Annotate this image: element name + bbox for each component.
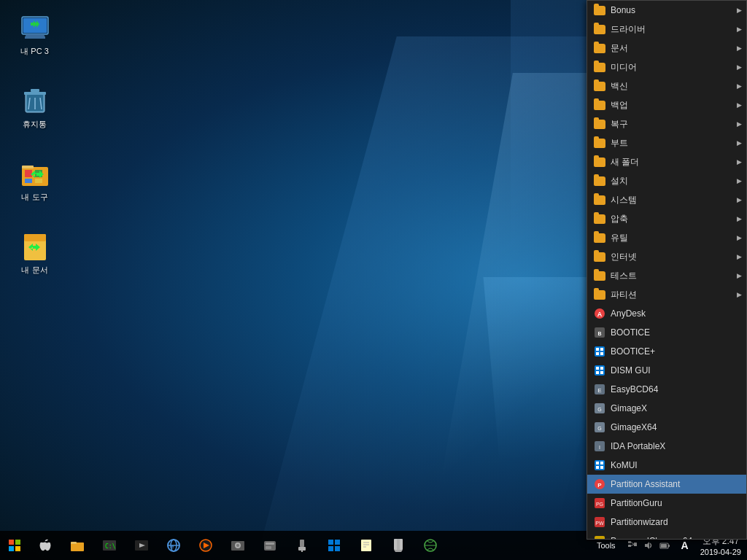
svg-rect-19 [35,179,42,183]
dism-icon [593,364,606,377]
svg-text:A: A [597,311,603,318]
menu-item-dism[interactable]: DISM GUI [587,361,746,380]
svg-marker-111 [394,550,403,552]
menu-item-media[interactable]: 미디어 [587,58,746,77]
menu-item-passwordchanger[interactable]: P PasswordChanger64 [587,532,746,540]
docs-label: 내 문서 [21,265,47,275]
taskbar-icon-media[interactable] [125,531,158,560]
desktop-icon-tools[interactable]: 내 도구 [7,157,62,205]
menu-item-vaccine[interactable]: 백신 [587,77,746,96]
svg-rect-52 [600,466,603,469]
gimagex64-icon: G [593,421,606,434]
trash-icon [20,87,50,116]
svg-marker-3 [25,34,45,37]
trash-label: 휴지통 [23,119,47,129]
partition-assistant-icon: P [593,478,606,491]
svg-text:P: P [597,482,602,489]
taskbar-icon-terminal[interactable]: C:\ [93,531,125,560]
passwordchanger-icon: P [593,534,606,540]
desktop: 내 PC 3 휴지통 [0,0,747,560]
svg-line-118 [631,545,634,546]
svg-rect-78 [9,546,14,551]
bootice-icon: B [593,326,606,339]
svg-rect-36 [596,367,599,370]
svg-line-117 [631,542,634,545]
menu-item-partition-folder[interactable]: 파티션 [587,285,746,304]
menu-item-newfolder[interactable]: 새 폴더 [587,152,746,171]
taskbar-icon-photo[interactable] [222,531,254,560]
svg-rect-76 [9,540,14,545]
ida-icon: I [593,440,606,453]
taskbar-icon-mediaplayer[interactable] [190,531,222,560]
desktop-icon-trash[interactable]: 휴지통 [7,84,62,132]
svg-rect-15 [22,166,34,168]
taskbar-icon-zip[interactable] [382,531,414,560]
menu-item-anydesk[interactable]: A AnyDesk [587,304,746,323]
svg-text:PW: PW [595,521,604,526]
svg-text:PG: PG [596,502,603,507]
menu-item-test[interactable]: 테스트 [587,266,746,285]
svg-rect-97 [266,546,271,549]
folder-compress-icon [593,212,606,225]
menu-item-install[interactable]: 설치 [587,171,746,190]
svg-rect-79 [15,546,20,551]
svg-rect-98 [300,540,304,547]
menu-item-partitionguru[interactable]: PG PartitionGuru [587,494,746,513]
svg-rect-105 [361,540,371,551]
menu-item-bootice-plus[interactable]: BOOTICE+ [587,342,746,361]
taskbar-icon-net[interactable] [414,531,446,560]
taskbar-icon-usb[interactable] [286,531,318,560]
gimagex-icon: G [593,402,606,415]
menu-item-driver[interactable]: 드라이버 [587,20,746,39]
folder-backup-icon [593,98,606,112]
menu-item-docs[interactable]: 문서 [587,39,746,58]
taskbar-icon-win[interactable] [318,531,350,560]
menu-item-util[interactable]: 유틸 [587,228,746,247]
partitionwizard-icon: PW [593,516,606,529]
folder-media-icon [593,61,606,74]
svg-rect-9 [24,92,46,95]
menu-item-gimagex[interactable]: G GimageX [587,399,746,418]
svg-text:E: E [597,387,601,394]
partitionguru-icon: PG [593,497,606,510]
desktop-icon-mypc[interactable]: 내 PC 3 [7,11,62,59]
svg-text:G: G [597,426,601,431]
svg-rect-103 [328,546,333,551]
taskbar-icon-apple[interactable] [29,531,61,560]
taskbar-icon-folder[interactable] [61,531,93,560]
taskbar-icon-note[interactable] [350,531,382,560]
svg-rect-96 [266,542,274,545]
menu-item-compress[interactable]: 압축 [587,209,746,228]
menu-item-bootice[interactable]: B BOOTICE [587,323,746,342]
svg-rect-102 [335,540,340,545]
svg-rect-104 [335,546,340,551]
svg-rect-18 [25,179,32,183]
menu-item-bonus[interactable]: Bonus [587,1,746,20]
svg-rect-77 [15,540,20,545]
easybcd-icon: E [593,383,606,396]
menu-item-system[interactable]: 시스템 [587,190,746,209]
mypc-icon [20,14,50,43]
svg-rect-49 [596,462,599,464]
menu-item-ida[interactable]: I IDA PortableX [587,437,746,456]
menu-item-internet[interactable]: 인터넷 [587,247,746,266]
menu-item-partition-assistant[interactable]: P Partition Assistant [587,475,746,494]
menu-item-boot[interactable]: 부트 [587,133,746,152]
input-lang[interactable]: A [676,540,694,551]
svg-rect-81 [71,542,77,544]
svg-rect-50 [600,462,603,464]
start-button[interactable] [0,531,29,560]
svg-text:I: I [599,445,600,450]
svg-rect-115 [628,545,631,547]
menu-item-komui[interactable]: KoMUI [587,456,746,475]
menu-item-gimagex64[interactable]: G GimageX64 [587,418,746,437]
svg-rect-95 [264,541,276,551]
desktop-icon-docs[interactable]: 내 문서 [7,230,62,278]
menu-item-easybcd[interactable]: E EasyBCD64 [587,380,746,399]
menu-item-partitionwizard[interactable]: PW Partitionwizard [587,513,746,532]
taskbar-icon-ie[interactable]: e [158,531,190,560]
menu-item-restore[interactable]: 복구 [587,114,746,133]
taskbar-icon-disk[interactable] [254,531,286,560]
menu-item-backup[interactable]: 백업 [587,96,746,114]
tools-label: 내 도구 [21,192,47,202]
